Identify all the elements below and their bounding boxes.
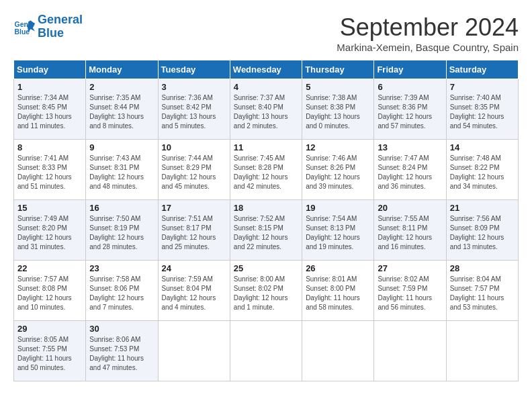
day-info: Sunrise: 7:38 AMSunset: 8:38 PMDaylight:…	[306, 94, 360, 130]
header-sunday: Sunday	[14, 60, 86, 79]
day-info: Sunrise: 7:46 AMSunset: 8:26 PMDaylight:…	[306, 154, 360, 190]
day-number: 9	[89, 142, 154, 152]
empty-cell	[374, 321, 446, 381]
day-number: 19	[306, 203, 370, 213]
day-number: 1	[17, 82, 82, 92]
day-number: 4	[234, 82, 298, 92]
header-wednesday: Wednesday	[230, 60, 302, 79]
day-number: 22	[17, 263, 82, 273]
day-cell-12: 12 Sunrise: 7:46 AMSunset: 8:26 PMDaylig…	[302, 140, 374, 200]
day-info: Sunrise: 7:41 AMSunset: 8:33 PMDaylight:…	[17, 154, 72, 190]
logo-name: General Blue	[38, 13, 83, 40]
day-info: Sunrise: 7:59 AMSunset: 8:04 PMDaylight:…	[162, 275, 216, 311]
day-cell-25: 25 Sunrise: 8:00 AMSunset: 8:02 PMDaylig…	[230, 261, 302, 321]
day-number: 12	[306, 142, 370, 152]
day-cell-7: 7 Sunrise: 7:40 AMSunset: 8:35 PMDayligh…	[446, 79, 518, 140]
page-header: General Blue General Blue September 2024…	[13, 13, 519, 53]
logo-icon: General Blue	[13, 16, 35, 38]
day-cell-19: 19 Sunrise: 7:54 AMSunset: 8:13 PMDaylig…	[302, 200, 374, 261]
day-number: 17	[162, 203, 226, 213]
day-cell-10: 10 Sunrise: 7:44 AMSunset: 8:29 PMDaylig…	[158, 140, 230, 200]
day-cell-2: 2 Sunrise: 7:35 AMSunset: 8:44 PMDayligh…	[86, 79, 158, 140]
day-cell-3: 3 Sunrise: 7:36 AMSunset: 8:42 PMDayligh…	[158, 79, 230, 140]
day-info: Sunrise: 7:49 AMSunset: 8:20 PMDaylight:…	[17, 215, 72, 250]
day-number: 26	[306, 263, 370, 273]
day-number: 27	[378, 263, 442, 273]
day-cell-27: 27 Sunrise: 8:02 AMSunset: 7:59 PMDaylig…	[374, 261, 446, 321]
day-info: Sunrise: 7:37 AMSunset: 8:40 PMDaylight:…	[234, 94, 288, 130]
header-row: SundayMondayTuesdayWednesdayThursdayFrid…	[14, 60, 519, 79]
day-info: Sunrise: 8:02 AMSunset: 7:59 PMDaylight:…	[378, 275, 432, 311]
day-cell-18: 18 Sunrise: 7:52 AMSunset: 8:15 PMDaylig…	[230, 200, 302, 261]
day-number: 20	[378, 203, 442, 213]
header-thursday: Thursday	[302, 60, 374, 79]
day-info: Sunrise: 7:39 AMSunset: 8:36 PMDaylight:…	[378, 94, 432, 130]
day-number: 29	[17, 324, 82, 334]
day-cell-1: 1 Sunrise: 7:34 AMSunset: 8:45 PMDayligh…	[14, 79, 86, 140]
day-number: 30	[89, 324, 154, 334]
day-number: 11	[234, 142, 298, 152]
day-cell-16: 16 Sunrise: 7:50 AMSunset: 8:19 PMDaylig…	[86, 200, 158, 261]
week-row-5: 29 Sunrise: 8:05 AMSunset: 7:55 PMDaylig…	[14, 321, 519, 381]
day-info: Sunrise: 8:04 AMSunset: 7:57 PMDaylight:…	[450, 275, 504, 311]
title-section: September 2024 Markina-Xemein, Basque Co…	[337, 13, 519, 53]
day-number: 25	[234, 263, 298, 273]
day-cell-30: 30 Sunrise: 8:06 AMSunset: 7:53 PMDaylig…	[86, 321, 158, 381]
day-info: Sunrise: 8:05 AMSunset: 7:55 PMDaylight:…	[17, 336, 72, 371]
day-number: 14	[450, 142, 515, 152]
day-info: Sunrise: 7:47 AMSunset: 8:24 PMDaylight:…	[378, 154, 432, 190]
header-friday: Friday	[374, 60, 446, 79]
day-cell-8: 8 Sunrise: 7:41 AMSunset: 8:33 PMDayligh…	[14, 140, 86, 200]
day-info: Sunrise: 7:56 AMSunset: 8:09 PMDaylight:…	[450, 215, 504, 250]
logo-line2: Blue	[38, 26, 64, 40]
day-number: 24	[162, 263, 226, 273]
day-number: 3	[162, 82, 226, 92]
day-number: 13	[378, 142, 442, 152]
day-cell-15: 15 Sunrise: 7:49 AMSunset: 8:20 PMDaylig…	[14, 200, 86, 261]
svg-text:Blue: Blue	[15, 28, 30, 36]
day-info: Sunrise: 7:51 AMSunset: 8:17 PMDaylight:…	[162, 215, 216, 250]
day-info: Sunrise: 7:45 AMSunset: 8:28 PMDaylight:…	[234, 154, 288, 190]
day-info: Sunrise: 7:55 AMSunset: 8:11 PMDaylight:…	[378, 215, 432, 250]
logo-line1: General	[38, 13, 83, 26]
day-info: Sunrise: 7:40 AMSunset: 8:35 PMDaylight:…	[450, 94, 504, 130]
empty-cell	[302, 321, 374, 381]
week-row-2: 8 Sunrise: 7:41 AMSunset: 8:33 PMDayligh…	[14, 140, 519, 200]
empty-cell	[230, 321, 302, 381]
day-cell-6: 6 Sunrise: 7:39 AMSunset: 8:36 PMDayligh…	[374, 79, 446, 140]
day-info: Sunrise: 7:50 AMSunset: 8:19 PMDaylight:…	[89, 215, 144, 250]
day-info: Sunrise: 7:52 AMSunset: 8:15 PMDaylight:…	[234, 215, 288, 250]
day-number: 5	[306, 82, 370, 92]
day-cell-13: 13 Sunrise: 7:47 AMSunset: 8:24 PMDaylig…	[374, 140, 446, 200]
header-monday: Monday	[86, 60, 158, 79]
day-number: 28	[450, 263, 515, 273]
day-cell-29: 29 Sunrise: 8:05 AMSunset: 7:55 PMDaylig…	[14, 321, 86, 381]
week-row-1: 1 Sunrise: 7:34 AMSunset: 8:45 PMDayligh…	[14, 79, 519, 140]
day-info: Sunrise: 7:44 AMSunset: 8:29 PMDaylight:…	[162, 154, 216, 190]
day-number: 15	[17, 203, 82, 213]
empty-cell	[446, 321, 518, 381]
day-info: Sunrise: 7:35 AMSunset: 8:44 PMDaylight:…	[89, 94, 144, 130]
day-info: Sunrise: 8:01 AMSunset: 8:00 PMDaylight:…	[306, 275, 360, 311]
day-info: Sunrise: 7:58 AMSunset: 8:06 PMDaylight:…	[89, 275, 144, 311]
day-cell-23: 23 Sunrise: 7:58 AMSunset: 8:06 PMDaylig…	[86, 261, 158, 321]
day-info: Sunrise: 7:36 AMSunset: 8:42 PMDaylight:…	[162, 94, 216, 130]
day-cell-22: 22 Sunrise: 7:57 AMSunset: 8:08 PMDaylig…	[14, 261, 86, 321]
week-row-4: 22 Sunrise: 7:57 AMSunset: 8:08 PMDaylig…	[14, 261, 519, 321]
empty-cell	[158, 321, 230, 381]
day-cell-26: 26 Sunrise: 8:01 AMSunset: 8:00 PMDaylig…	[302, 261, 374, 321]
header-tuesday: Tuesday	[158, 60, 230, 79]
day-cell-21: 21 Sunrise: 7:56 AMSunset: 8:09 PMDaylig…	[446, 200, 518, 261]
day-cell-14: 14 Sunrise: 7:48 AMSunset: 8:22 PMDaylig…	[446, 140, 518, 200]
day-info: Sunrise: 7:34 AMSunset: 8:45 PMDaylight:…	[17, 94, 72, 130]
week-row-3: 15 Sunrise: 7:49 AMSunset: 8:20 PMDaylig…	[14, 200, 519, 261]
header-saturday: Saturday	[446, 60, 518, 79]
day-cell-28: 28 Sunrise: 8:04 AMSunset: 7:57 PMDaylig…	[446, 261, 518, 321]
day-cell-11: 11 Sunrise: 7:45 AMSunset: 8:28 PMDaylig…	[230, 140, 302, 200]
day-number: 23	[89, 263, 154, 273]
day-info: Sunrise: 7:43 AMSunset: 8:31 PMDaylight:…	[89, 154, 144, 190]
location-subtitle: Markina-Xemein, Basque Country, Spain	[337, 42, 519, 53]
day-cell-5: 5 Sunrise: 7:38 AMSunset: 8:38 PMDayligh…	[302, 79, 374, 140]
day-info: Sunrise: 7:48 AMSunset: 8:22 PMDaylight:…	[450, 154, 504, 190]
day-number: 10	[162, 142, 226, 152]
